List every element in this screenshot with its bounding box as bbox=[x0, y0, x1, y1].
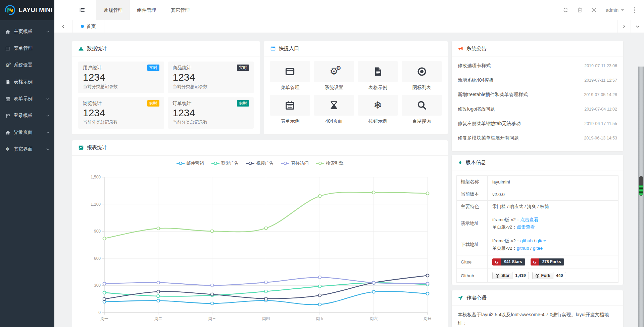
sidebar-menu: 主页模板菜单管理⚙⚙系统设置表格示例表单示例登录模板异常页面❄其它界面 bbox=[0, 20, 54, 158]
sidebar-item-4[interactable]: 表格示例 bbox=[0, 74, 54, 90]
sidebar-item-label: 登录模板 bbox=[14, 113, 33, 119]
card-title: 数据统计 bbox=[87, 45, 107, 52]
tab-home[interactable]: 首页 bbox=[72, 20, 104, 33]
sidebar-item-3[interactable]: ⚙⚙系统设置 bbox=[0, 57, 54, 74]
svg-text:1,500: 1,500 bbox=[91, 175, 101, 179]
card-title: 版本信息 bbox=[466, 159, 486, 166]
paper-plane-icon bbox=[458, 295, 463, 301]
gitee-badge[interactable]: G941 Stars bbox=[492, 258, 525, 265]
version-row: 主要特色零门槛 / 响应式 / 清爽 / 极简 bbox=[457, 201, 618, 213]
page-scrollbar-track[interactable] bbox=[638, 67, 644, 327]
quick-entry-label: 表单示例 bbox=[270, 118, 310, 124]
quick-entry-菜单管理[interactable]: 菜单管理 bbox=[270, 61, 310, 91]
card-title: 快捷入口 bbox=[279, 45, 299, 52]
svg-text:300: 300 bbox=[94, 283, 101, 288]
sidebar-item-label: 系统设置 bbox=[14, 62, 33, 68]
stat-label: 商品统计 bbox=[173, 65, 192, 71]
sidebar-item-7[interactable]: 异常页面 bbox=[0, 124, 54, 141]
card-title: 系统公告 bbox=[466, 45, 487, 52]
version-row: 演示地址iframe版-v2：点击查看单页版-v2：点击查看 bbox=[457, 213, 618, 234]
collapse-sidebar-button[interactable] bbox=[72, 0, 92, 20]
version-label: 下载地址 bbox=[457, 234, 488, 255]
notice-item[interactable]: 修改选项卡样式2019-07-11 23:06 bbox=[458, 58, 617, 73]
github-count[interactable]: 1,419 bbox=[512, 272, 529, 279]
link[interactable]: github bbox=[517, 246, 529, 251]
tabs-scroll-right-button[interactable] bbox=[617, 20, 631, 33]
quick-entry-表格示例[interactable]: 表格示例 bbox=[358, 61, 398, 91]
sidebar-item-label: 主页模板 bbox=[14, 29, 33, 35]
warning-icon bbox=[78, 46, 84, 51]
github-star-button[interactable]: Star bbox=[492, 272, 512, 279]
file-icon bbox=[5, 80, 13, 85]
gitee-badge[interactable]: G278 Forks bbox=[531, 258, 564, 265]
card-report-statistics: 报表统计 邮件营销联盟广告视频广告直接访问搜索引擎 03006009001,20… bbox=[72, 140, 448, 327]
top-header: 常规管理组件管理其它管理 admin bbox=[54, 0, 644, 20]
window-icon bbox=[5, 46, 13, 51]
svg-text:周日: 周日 bbox=[424, 316, 432, 321]
hourglass-icon bbox=[329, 100, 339, 110]
stat-desc: 当前分类总记录数 bbox=[83, 84, 159, 90]
svg-text:周二: 周二 bbox=[154, 316, 162, 321]
tab-home-label: 首页 bbox=[87, 24, 96, 30]
notice-date: 2019-06-17 11:55 bbox=[584, 121, 617, 126]
stat-value: 1234 bbox=[173, 107, 249, 119]
quick-entry-label: 404页面 bbox=[314, 118, 354, 124]
chevron-down-icon bbox=[46, 114, 50, 118]
version-label: Gitee bbox=[457, 255, 488, 269]
sidebar-item-1[interactable]: 主页模板 bbox=[0, 23, 54, 40]
sidebar-item-2[interactable]: 菜单管理 bbox=[0, 40, 54, 57]
notice-item[interactable]: 修改logo缩放问题2019-07-04 11:02 bbox=[458, 102, 617, 116]
main-content: 数据统计 用户统计实时1234当前分类总记录数商品统计实时1234当前分类总记录… bbox=[54, 33, 644, 327]
version-label: 演示地址 bbox=[457, 213, 488, 234]
more-menu-icon[interactable] bbox=[629, 0, 639, 20]
window-icon bbox=[285, 67, 295, 77]
snowflake-icon: ❄ bbox=[374, 100, 382, 110]
tabs-dropdown-button[interactable] bbox=[631, 20, 644, 33]
logo-icon bbox=[4, 4, 16, 16]
stat-value: 1234 bbox=[83, 71, 159, 84]
quick-entry-label: 图标列表 bbox=[402, 85, 442, 91]
logo[interactable]: LAYUI MINI bbox=[0, 0, 54, 20]
app-title: LAYUI MINI bbox=[19, 7, 52, 14]
sidebar-item-5[interactable]: 表单示例 bbox=[0, 90, 54, 107]
tabs-scroll-left-button[interactable] bbox=[54, 20, 72, 33]
quick-entry-百度搜索[interactable]: 百度搜索 bbox=[402, 95, 442, 124]
stat-box: 商品统计实时1234当前分类总记录数 bbox=[168, 62, 254, 93]
version-row: Github Star1,419 Fork440 bbox=[457, 269, 618, 283]
top-nav-tab-2[interactable]: 组件管理 bbox=[130, 0, 163, 20]
gears-icon: ⚙⚙ bbox=[5, 63, 13, 68]
realtime-badge: 实时 bbox=[237, 100, 249, 107]
dot-circle-icon bbox=[417, 67, 427, 77]
top-nav-tab-3[interactable]: 其它管理 bbox=[163, 0, 197, 20]
notice-item[interactable]: 修复左侧菜单缩放tab无法移动2019-06-17 11:55 bbox=[458, 116, 617, 131]
quick-entry-系统设置[interactable]: ⚙⚙系统设置 bbox=[314, 61, 354, 91]
sidebar-item-6[interactable]: 登录模板 bbox=[0, 107, 54, 124]
link[interactable]: 点击查看 bbox=[517, 224, 535, 230]
stat-label: 浏览统计 bbox=[83, 100, 102, 107]
github-count[interactable]: 440 bbox=[553, 272, 566, 279]
svg-text:900: 900 bbox=[94, 229, 101, 234]
top-nav-tab-1[interactable]: 常规管理 bbox=[96, 0, 130, 20]
quick-entry-表单示例[interactable]: 表单示例 bbox=[270, 95, 310, 124]
page-scrollbar-thumb[interactable] bbox=[639, 176, 643, 196]
quick-entry-按钮示例[interactable]: ❄按钮示例 bbox=[358, 95, 398, 124]
trash-icon[interactable] bbox=[573, 0, 587, 20]
link[interactable]: 点击查看 bbox=[520, 217, 538, 222]
notice-item[interactable]: 修复多模块菜单栏展开有问题2019-06-13 14:53 bbox=[458, 131, 617, 145]
quick-entry-图标列表[interactable]: 图标列表 bbox=[402, 61, 442, 91]
version-value: layuimini bbox=[492, 179, 510, 185]
sidebar-item-8[interactable]: ❄其它界面 bbox=[0, 141, 54, 158]
notice-item[interactable]: 新增treetable插件和菜单管理样式2019-07-05 14:28 bbox=[458, 87, 617, 102]
notice-item[interactable]: 新增系统404模板2019-07-11 12:57 bbox=[458, 73, 617, 87]
link[interactable]: gitee bbox=[536, 238, 546, 243]
quick-entry-label: 百度搜索 bbox=[402, 118, 442, 124]
stat-desc: 当前分类总记录数 bbox=[83, 119, 159, 125]
chevron-down-icon bbox=[46, 30, 50, 34]
link[interactable]: github bbox=[520, 238, 533, 243]
refresh-icon[interactable] bbox=[559, 0, 573, 20]
link[interactable]: gitee bbox=[533, 246, 543, 251]
quick-entry-404页面[interactable]: 404页面 bbox=[314, 95, 354, 124]
fullscreen-icon[interactable] bbox=[587, 0, 601, 20]
user-menu[interactable]: admin bbox=[601, 0, 629, 20]
github-fork-button[interactable]: Fork bbox=[532, 272, 553, 279]
